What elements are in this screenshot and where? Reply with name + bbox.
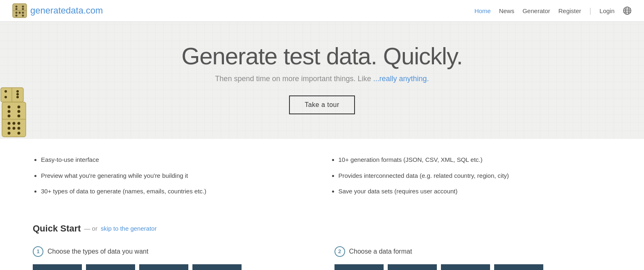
step2-label: Choose a data format: [349, 248, 412, 255]
take-tour-button[interactable]: Take a tour: [289, 95, 355, 114]
svg-point-28: [13, 127, 16, 130]
quickstart-step2: 2 Choose a data format JSON CSV SQL XML: [334, 246, 612, 270]
svg-point-36: [16, 90, 19, 93]
data-type-phone[interactable]: Phone: [86, 264, 135, 270]
logo-icon: [12, 3, 27, 18]
hero-subtitle: Then spend time on more important things…: [215, 75, 429, 83]
nav-home[interactable]: Home: [475, 7, 491, 14]
decorative-domino: [0, 86, 43, 139]
svg-point-38: [16, 93, 19, 95]
svg-point-22: [8, 115, 11, 118]
quickstart-section: Quick Start — or skip to the generator 1…: [0, 219, 644, 270]
format-csv[interactable]: CSV: [388, 264, 437, 270]
quickstart-or: — or: [84, 225, 97, 232]
feature-item: 30+ types of data to generate (names, em…: [41, 187, 314, 196]
feature-item: Preview what you're generating while you…: [41, 171, 314, 181]
feature-item: Provides interconnected data (e.g. relat…: [339, 171, 612, 181]
format-json[interactable]: JSON: [334, 264, 384, 270]
data-format-buttons: JSON CSV SQL XML: [334, 264, 612, 270]
logo-text: generatedata.com: [30, 5, 103, 16]
nav-generator[interactable]: Generator: [522, 7, 550, 14]
quickstart-title: Quick Start: [33, 223, 81, 234]
navbar: generatedata.com Home News Generator Reg…: [0, 0, 644, 22]
nav-login[interactable]: Login: [599, 7, 615, 14]
svg-point-34: [5, 90, 7, 93]
svg-point-35: [5, 96, 7, 98]
nav-news[interactable]: News: [499, 7, 515, 14]
svg-point-29: [18, 127, 20, 130]
hero-section: Generate test data. Quickly. Then spend …: [0, 22, 644, 139]
step2-circle: 2: [334, 246, 345, 257]
svg-point-7: [19, 12, 21, 14]
logo[interactable]: generatedata.com: [12, 3, 475, 18]
svg-point-27: [8, 127, 11, 130]
svg-point-8: [22, 12, 24, 14]
quickstart-header: Quick Start — or skip to the generator: [33, 223, 611, 234]
svg-point-19: [18, 106, 20, 109]
data-type-buttons: Name Phone Email Street Address: [33, 264, 310, 270]
nav-register[interactable]: Register: [558, 7, 581, 14]
svg-point-23: [18, 115, 20, 118]
data-type-email[interactable]: Email: [139, 264, 188, 270]
svg-point-3: [22, 6, 24, 8]
features-left-list: Easy-to-use interface Preview what you'r…: [33, 155, 314, 196]
nav-links: Home News Generator Register | Login: [475, 6, 632, 15]
features-right: 10+ generation formats (JSON, CSV, XML, …: [330, 155, 612, 203]
format-xml[interactable]: XML: [494, 264, 543, 270]
svg-point-6: [16, 12, 18, 14]
svg-point-10: [22, 15, 24, 17]
svg-point-30: [8, 132, 11, 135]
svg-point-21: [18, 110, 20, 113]
features-right-list: 10+ generation formats (JSON, CSV, XML, …: [330, 155, 612, 196]
svg-point-24: [8, 122, 11, 125]
feature-item: 10+ generation formats (JSON, CSV, XML, …: [339, 155, 612, 165]
svg-point-20: [8, 110, 11, 113]
svg-point-2: [16, 6, 18, 8]
format-sql[interactable]: SQL: [441, 264, 490, 270]
hero-title: Generate test data. Quickly.: [181, 42, 463, 70]
svg-point-18: [8, 106, 11, 109]
step1-title: 1 Choose the types of data you want: [33, 246, 310, 257]
globe-icon[interactable]: [623, 6, 632, 15]
step1-label: Choose the types of data you want: [47, 248, 148, 255]
data-type-street-address[interactable]: Street Address: [192, 264, 242, 270]
svg-point-25: [13, 122, 16, 125]
step1-circle: 1: [33, 246, 43, 257]
svg-point-26: [18, 122, 20, 125]
svg-point-37: [16, 96, 19, 98]
features-section: Easy-to-use interface Preview what you'r…: [0, 139, 644, 219]
step2-title: 2 Choose a data format: [334, 246, 612, 257]
quickstart-step1: 1 Choose the types of data you want Name…: [33, 246, 310, 270]
data-type-name[interactable]: Name: [33, 264, 82, 270]
skip-to-generator-link[interactable]: skip to the generator: [101, 225, 157, 232]
feature-item: Save your data sets (requires user accou…: [339, 187, 612, 196]
svg-point-31: [18, 132, 20, 135]
nav-divider: |: [590, 7, 592, 15]
features-left: Easy-to-use interface Preview what you'r…: [33, 155, 314, 203]
svg-point-4: [16, 8, 18, 10]
svg-point-5: [22, 8, 24, 10]
quickstart-cols: 1 Choose the types of data you want Name…: [33, 246, 611, 270]
feature-item: Easy-to-use interface: [41, 155, 314, 165]
svg-point-9: [16, 15, 18, 17]
